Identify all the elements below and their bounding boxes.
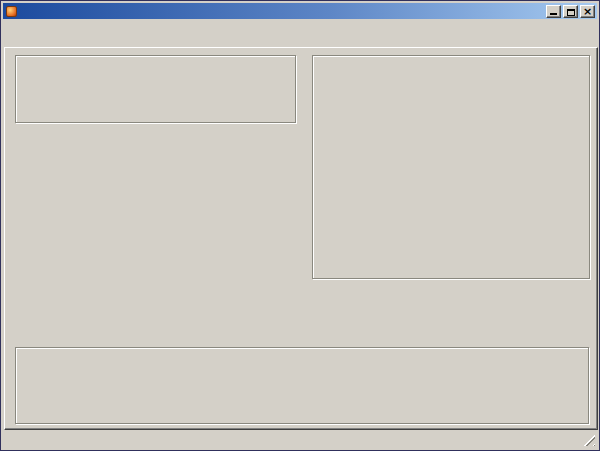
sponsor-group [15, 347, 589, 424]
title-bar[interactable]: × [3, 3, 597, 19]
tab-strip [4, 28, 596, 47]
properties-group [312, 55, 590, 279]
close-button[interactable]: × [580, 5, 595, 18]
sponsor-boxes [24, 359, 580, 417]
maximize-button[interactable] [563, 5, 578, 18]
minimize-button[interactable] [546, 5, 561, 18]
minimize-icon [550, 10, 557, 15]
window-controls: × [546, 5, 595, 18]
resize-grip-icon[interactable] [583, 434, 595, 446]
maximize-icon [567, 9, 575, 16]
app-window: × [0, 0, 600, 451]
status-bar [3, 431, 597, 448]
app-icon [6, 6, 17, 17]
material-summary-group [15, 55, 296, 123]
tab-page-physical-properties [4, 47, 598, 430]
close-icon: × [583, 6, 592, 17]
